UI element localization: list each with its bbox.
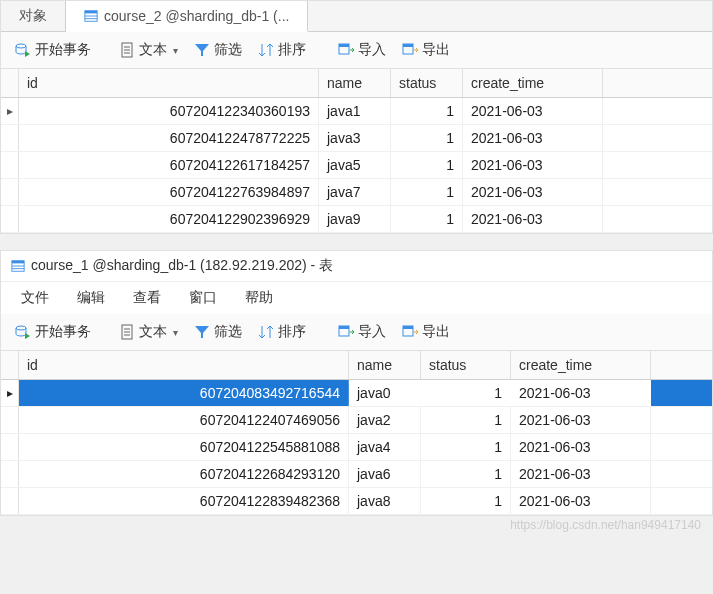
tab-objects[interactable]: 对象 <box>1 1 66 31</box>
table-row[interactable]: 607204122617184257 java5 1 2021-06-03 <box>1 152 712 179</box>
text-button[interactable]: 文本 <box>113 38 184 62</box>
filter-button[interactable]: 筛选 <box>188 38 248 62</box>
col-header-name[interactable]: name <box>319 69 391 97</box>
cell-name[interactable]: java4 <box>349 434 421 460</box>
table-row[interactable]: 607204122545881088 java4 1 2021-06-03 <box>1 434 712 461</box>
import-button[interactable]: 导入 <box>332 320 392 344</box>
col-header-name[interactable]: name <box>349 351 421 379</box>
cell-status[interactable]: 1 <box>391 152 463 178</box>
cell-name[interactable]: java0 <box>349 380 421 406</box>
col-header-id[interactable]: id <box>19 351 349 379</box>
sort-button[interactable]: 排序 <box>252 38 312 62</box>
svg-rect-1 <box>85 10 97 13</box>
cell-createtime[interactable]: 2021-06-03 <box>511 461 651 487</box>
cell-name[interactable]: java1 <box>319 98 391 124</box>
toolbar: 开始事务 文本 筛选 排序 导入 导出 <box>1 314 712 351</box>
svg-rect-29 <box>403 326 413 329</box>
sort-button[interactable]: 排序 <box>252 320 312 344</box>
table-row[interactable]: 607204122839482368 java8 1 2021-06-03 <box>1 488 712 515</box>
import-icon <box>338 324 354 340</box>
col-header-createtime[interactable]: create_time <box>463 69 603 97</box>
filter-button[interactable]: 筛选 <box>188 320 248 344</box>
col-header-status[interactable]: status <box>421 351 511 379</box>
table-icon <box>84 9 98 23</box>
cell-name[interactable]: java9 <box>319 206 391 232</box>
export-button[interactable]: 导出 <box>396 320 456 344</box>
toolbar: 开始事务 文本 筛选 排序 导入 导出 <box>1 32 712 69</box>
table-row[interactable]: 607204122478772225 java3 1 2021-06-03 <box>1 125 712 152</box>
cell-id[interactable]: 607204122684293120 <box>19 461 349 487</box>
cell-status[interactable]: 1 <box>421 407 511 433</box>
row-indicator <box>1 488 19 514</box>
cell-status[interactable]: 1 <box>391 206 463 232</box>
tab-label: 对象 <box>19 7 47 25</box>
button-label: 导入 <box>358 323 386 341</box>
cell-name[interactable]: java7 <box>319 179 391 205</box>
row-indicator <box>1 461 19 487</box>
cell-name[interactable]: java3 <box>319 125 391 151</box>
import-button[interactable]: 导入 <box>332 38 392 62</box>
cell-id[interactable]: 607204122617184257 <box>19 152 319 178</box>
svg-rect-14 <box>403 44 413 47</box>
menu-edit[interactable]: 编辑 <box>65 286 117 310</box>
export-icon <box>402 324 418 340</box>
cell-status[interactable]: 1 <box>421 461 511 487</box>
table-row[interactable]: ▸ 607204083492716544 java0 1 2021-06-03 <box>1 380 712 407</box>
col-header-id[interactable]: id <box>19 69 319 97</box>
cell-createtime[interactable]: 2021-06-03 <box>463 152 603 178</box>
cell-id[interactable]: 607204122545881088 <box>19 434 349 460</box>
menu-file[interactable]: 文件 <box>9 286 61 310</box>
col-header-status[interactable]: status <box>391 69 463 97</box>
cell-status[interactable]: 1 <box>421 434 511 460</box>
cell-id[interactable]: 607204122478772225 <box>19 125 319 151</box>
table-row[interactable]: ▸ 607204122340360193 java1 1 2021-06-03 <box>1 98 712 125</box>
cell-id[interactable]: 607204122407469056 <box>19 407 349 433</box>
cell-name[interactable]: java6 <box>349 461 421 487</box>
cell-id[interactable]: 607204083492716544 <box>19 380 349 406</box>
cell-status[interactable]: 1 <box>391 125 463 151</box>
cell-createtime[interactable]: 2021-06-03 <box>511 407 651 433</box>
cell-createtime[interactable]: 2021-06-03 <box>463 125 603 151</box>
cell-status[interactable]: 1 <box>391 179 463 205</box>
tab-label: course_2 @sharding_db-1 (... <box>104 8 289 24</box>
funnel-icon <box>194 42 210 58</box>
table-row[interactable]: 607204122684293120 java6 1 2021-06-03 <box>1 461 712 488</box>
db-play-icon <box>15 324 31 340</box>
menu-help[interactable]: 帮助 <box>233 286 285 310</box>
menu-view[interactable]: 查看 <box>121 286 173 310</box>
begin-transaction-button[interactable]: 开始事务 <box>9 38 97 62</box>
cell-name[interactable]: java5 <box>319 152 391 178</box>
cell-status[interactable]: 1 <box>421 488 511 514</box>
table-row[interactable]: 607204122763984897 java7 1 2021-06-03 <box>1 179 712 206</box>
cell-createtime[interactable]: 2021-06-03 <box>511 434 651 460</box>
cell-createtime[interactable]: 2021-06-03 <box>463 98 603 124</box>
cell-createtime[interactable]: 2021-06-03 <box>463 179 603 205</box>
row-indicator <box>1 407 19 433</box>
cell-name[interactable]: java2 <box>349 407 421 433</box>
table-row[interactable]: 607204122902396929 java9 1 2021-06-03 <box>1 206 712 233</box>
cell-name[interactable]: java8 <box>349 488 421 514</box>
begin-transaction-button[interactable]: 开始事务 <box>9 320 97 344</box>
cell-createtime[interactable]: 2021-06-03 <box>511 488 651 514</box>
document-icon <box>119 324 135 340</box>
cell-id[interactable]: 607204122340360193 <box>19 98 319 124</box>
svg-marker-5 <box>25 51 30 57</box>
export-button[interactable]: 导出 <box>396 38 456 62</box>
window-titlebar: course_1 @sharding_db-1 (182.92.219.202)… <box>1 251 712 282</box>
col-header-createtime[interactable]: create_time <box>511 351 651 379</box>
svg-point-19 <box>16 326 26 330</box>
tab-course2[interactable]: course_2 @sharding_db-1 (... <box>66 1 308 32</box>
row-header-corner <box>1 351 19 379</box>
cell-status[interactable]: 1 <box>421 380 511 406</box>
text-button[interactable]: 文本 <box>113 320 184 344</box>
menu-window[interactable]: 窗口 <box>177 286 229 310</box>
row-indicator: ▸ <box>1 98 19 124</box>
cell-status[interactable]: 1 <box>391 98 463 124</box>
cell-createtime[interactable]: 2021-06-03 <box>511 380 651 406</box>
cell-id[interactable]: 607204122902396929 <box>19 206 319 232</box>
cell-createtime[interactable]: 2021-06-03 <box>463 206 603 232</box>
db-play-icon <box>15 42 31 58</box>
table-row[interactable]: 607204122407469056 java2 1 2021-06-03 <box>1 407 712 434</box>
cell-id[interactable]: 607204122839482368 <box>19 488 349 514</box>
cell-id[interactable]: 607204122763984897 <box>19 179 319 205</box>
